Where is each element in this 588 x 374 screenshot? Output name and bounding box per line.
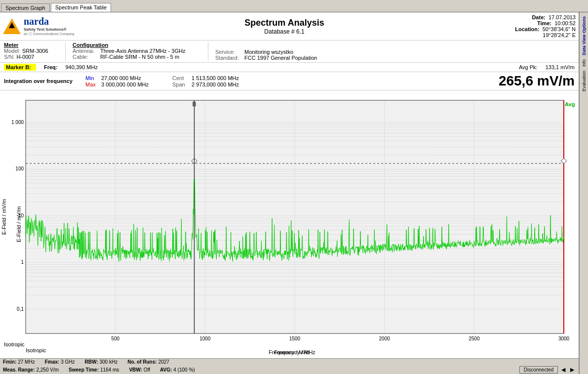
freq-value: 940,390 MHz (66, 64, 98, 70)
freq-ranges: Min 27,000 000 MHz Cent 1 513,500 000 MH… (80, 75, 239, 87)
freq-label: Freq: (44, 64, 58, 70)
max-label: Max (85, 82, 99, 87)
fmin-label: Fmin: (3, 359, 16, 365)
rbw-label: RBW: (84, 359, 98, 365)
avg-label: Avg Pk: (519, 64, 538, 70)
location-value: 50°38'34,6" N (543, 26, 576, 32)
runs-group: No. of Runs: 2027 (127, 359, 169, 365)
model-label: Model: (4, 48, 20, 54)
disconnected-button[interactable]: Disconnected (519, 366, 558, 374)
date-area: Date: 17.07.2013 Time: 10:00:52 Location… (477, 14, 576, 38)
service-value: Monitoring wszystko (244, 49, 293, 55)
fmin-value: 27 MHz (18, 359, 35, 365)
service-section: Service: Monitoring wszystko Standard: F… (215, 42, 575, 61)
time-label: Time: (537, 20, 551, 26)
y-axis-label: E-Field / mV/m (16, 207, 22, 243)
cent-label: Cent (172, 75, 190, 81)
chart-area: E-Field / mV/m Isotropic Frequency / MHz (0, 90, 579, 358)
avg-value: 133,1 mV/m (546, 64, 575, 70)
min-value: 27,000 000 MHz (101, 75, 170, 81)
big-value: 265,6 mV/m (499, 73, 575, 89)
meas-range-label: Meas. Range: (3, 367, 35, 373)
avg-label: AVG: (160, 367, 172, 373)
antenna-label: Antenna: (73, 48, 98, 54)
cable-value: RF-Cable SRM - N 50 ohm - 5 m (100, 54, 179, 60)
vbw-value: Off (144, 367, 150, 373)
spectrum-chart (0, 90, 579, 358)
meter-section: Meter Model: SRM-3006 S/N: H-0007 (4, 42, 58, 61)
meter-label: Meter (4, 42, 58, 48)
logo-area: narda Safety Test Solutions® an ⓘ Commun… (3, 16, 92, 37)
max-value: 3 000,000 000 MHz (101, 82, 170, 87)
subtitle: Database # 6.1 (92, 28, 477, 35)
meas-range-group: Meas. Range: 2,250 V/m (3, 367, 59, 373)
x-axis-label: Frequency / MHz (269, 349, 310, 355)
avg-group: AVG: 4 (100 %) (160, 367, 195, 373)
sn-value: H-0007 (16, 54, 34, 60)
company-name: narda (24, 16, 75, 27)
sn-label: S/N: (4, 54, 14, 60)
rbw-value: 300 kHz (100, 359, 118, 365)
sidebar-info[interactable]: Info (581, 57, 588, 69)
meas-range-value: 2,250 V/m (36, 367, 59, 373)
span-label: Span (172, 82, 190, 87)
sidebar-eval[interactable]: Evaluation (581, 69, 588, 93)
title-area: Spectrum Analysis Database # 6.1 (92, 18, 477, 35)
sidebar-data-view[interactable]: Data View Options (581, 14, 588, 57)
marker-label: Marker B: (4, 64, 36, 71)
time-value: 10:00:52 (554, 20, 576, 26)
service-label: Service: (215, 49, 242, 55)
config-label: Configuration (73, 42, 201, 48)
vbw-label: VBW: (129, 367, 142, 373)
rbw-group: RBW: 300 kHz (84, 359, 118, 365)
model-value: SRM-3006 (22, 48, 48, 54)
fmax-group: Fmax: 3 GHz (45, 359, 75, 365)
sweep-group: Sweep Time: 1164 ms (69, 367, 119, 373)
nav-left-icon[interactable]: ◄ (560, 366, 567, 374)
fmin-group: Fmin: 27 MHz (3, 359, 35, 365)
nav-right-icon[interactable]: ► (569, 366, 576, 374)
min-label: Min (85, 75, 99, 81)
tab-spectrum-graph[interactable]: Spectrum Graph (1, 3, 50, 12)
right-sidebar: Data View Options Info Evaluation (579, 12, 588, 374)
main-title: Spectrum Analysis (92, 18, 477, 28)
sweep-label: Sweep Time: (69, 367, 99, 373)
company-sub: Safety Test Solutions® (24, 27, 75, 32)
cable-label: Cable: (73, 54, 98, 60)
sweep-value: 1164 ms (100, 367, 119, 373)
span-value: 2 973,000 000 MHz (192, 82, 239, 87)
location-label: Location: (515, 26, 540, 38)
fmax-value: 3 GHz (61, 359, 75, 365)
location-value2: 19°28'24,2" E (543, 32, 576, 38)
company-sub2: an ⓘ Communications Company (24, 32, 75, 37)
standard-label: Standard: (215, 55, 242, 61)
config-section: Configuration Antenna: Three-Axis Antenn… (73, 42, 201, 61)
avg-value: 4 (100 %) (173, 367, 195, 373)
runs-value: 2027 (158, 359, 169, 365)
date-label: Date: (532, 14, 546, 20)
standard-value: FCC 1997 General Population (244, 55, 317, 61)
tab-spectrum-peak-table[interactable]: Spectrum Peak Table (51, 3, 111, 12)
date-value: 17.07.2013 (549, 14, 576, 20)
vbw-group: VBW: Off (129, 367, 150, 373)
cent-value: 1 513,500 000 MHz (192, 75, 239, 81)
fmax-label: Fmax: (45, 359, 59, 365)
antenna-value: Three-Axis Antenna 27MHz - 3GHz (100, 48, 185, 54)
runs-label: No. of Runs: (127, 359, 157, 365)
integration-label: Integration over frequency (4, 78, 80, 84)
isotropic-label: Isotropic (4, 341, 25, 347)
